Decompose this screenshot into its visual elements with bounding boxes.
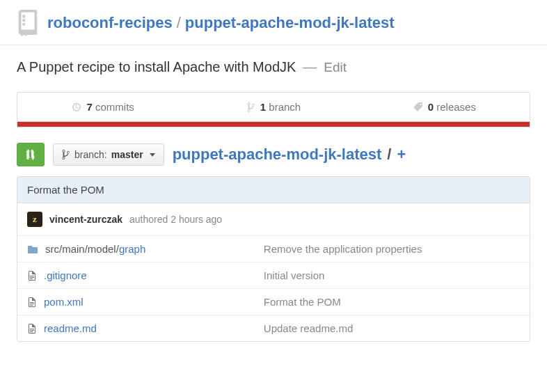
branch-name: master <box>111 149 143 160</box>
file-icon <box>27 297 37 308</box>
stat-commits[interactable]: 7 commits <box>17 93 188 121</box>
file-link[interactable]: graph <box>119 243 145 255</box>
table-row: pom.xml Format the POM <box>17 289 530 315</box>
language-bar[interactable] <box>17 122 530 127</box>
file-commit-msg[interactable]: Remove the application properties <box>264 243 520 255</box>
commit-time: authored 2 hours ago <box>129 214 222 225</box>
file-panel: Format the POM z vincent-zurczak authore… <box>17 176 530 342</box>
path-breadcrumb: puppet-apache-mod-jk-latest / + <box>173 146 406 164</box>
description-text: A Puppet recipe to install Apache with M… <box>17 59 296 75</box>
path-root[interactable]: puppet-apache-mod-jk-latest <box>173 146 382 164</box>
history-icon <box>71 102 82 113</box>
file-path-prefix: src/main/model/ <box>45 243 119 255</box>
table-row: readme.md Update readme.md <box>17 315 530 341</box>
chevron-down-icon <box>150 153 155 157</box>
breadcrumb-sep: / <box>177 14 181 32</box>
branches-count: 1 <box>260 101 266 113</box>
repo-description: A Puppet recipe to install Apache with M… <box>17 59 530 75</box>
path-sep: / <box>387 146 391 164</box>
breadcrumb: roboconf-recipes / puppet-apache-mod-jk-… <box>47 14 395 32</box>
commit-author[interactable]: vincent-zurczak <box>49 214 122 225</box>
file-commit-msg[interactable]: Format the POM <box>264 296 520 308</box>
stats-bar: 7 commits 1 branch 0 releases <box>17 92 530 122</box>
file-commit-msg[interactable]: Update readme.md <box>264 322 520 334</box>
branch-select-button[interactable]: branch: master <box>53 143 164 166</box>
breadcrumb-owner[interactable]: roboconf-recipes <box>47 14 173 32</box>
breadcrumb-repo[interactable]: puppet-apache-mod-jk-latest <box>185 14 395 32</box>
commit-title[interactable]: Format the POM <box>17 177 530 203</box>
folder-icon <box>27 244 38 254</box>
add-file-button[interactable]: + <box>397 146 406 164</box>
file-icon <box>27 323 37 334</box>
git-branch-icon <box>62 149 70 160</box>
git-compare-icon <box>25 148 36 161</box>
file-toolbar: branch: master puppet-apache-mod-jk-late… <box>17 143 530 166</box>
tag-icon <box>413 102 424 113</box>
branches-label: branch <box>269 101 301 113</box>
releases-label: releases <box>436 101 476 113</box>
avatar[interactable]: z <box>27 212 42 227</box>
table-row: .gitignore Initial version <box>17 262 530 289</box>
file-icon <box>27 270 37 281</box>
file-link[interactable]: .gitignore <box>44 269 87 281</box>
repo-header: roboconf-recipes / puppet-apache-mod-jk-… <box>0 0 547 45</box>
file-link[interactable]: pom.xml <box>44 296 84 308</box>
edit-description-link[interactable]: Edit <box>324 60 347 75</box>
file-commit-msg[interactable]: Initial version <box>264 269 520 281</box>
stat-releases[interactable]: 0 releases <box>359 93 530 121</box>
commits-count: 7 <box>86 101 92 113</box>
description-dash: — <box>303 59 317 75</box>
repo-icon <box>17 10 39 36</box>
commit-meta: z vincent-zurczak authored 2 hours ago <box>17 203 530 236</box>
branch-prefix: branch: <box>74 149 107 160</box>
stat-branches[interactable]: 1 branch <box>188 93 358 121</box>
table-row: src/main/model/graph Remove the applicat… <box>17 236 530 262</box>
git-branch-icon <box>246 102 256 113</box>
file-link[interactable]: readme.md <box>44 322 97 334</box>
releases-count: 0 <box>428 101 434 113</box>
compare-button[interactable] <box>17 143 45 166</box>
commits-label: commits <box>95 101 134 113</box>
